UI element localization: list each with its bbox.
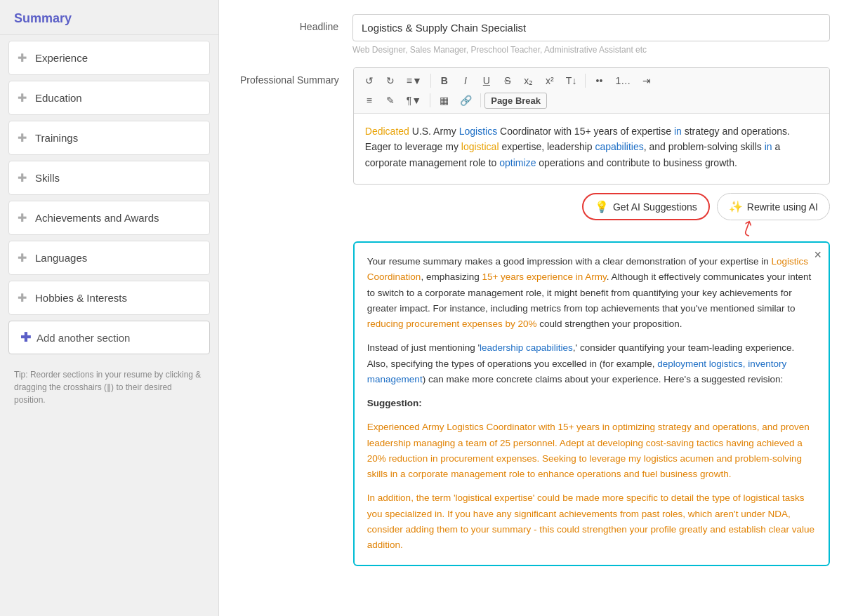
toolbar-undo-button[interactable]: ↺ [359, 72, 379, 89]
toolbar-subscript-button[interactable]: x₂ [519, 72, 539, 89]
sidebar-item-label-experience: Experience [35, 52, 88, 64]
toolbar-underline-button[interactable]: U [477, 72, 496, 89]
drag-icon-achievements: ✚ [18, 211, 27, 225]
sidebar-item-label-education: Education [35, 92, 82, 104]
toolbar-highlight-button[interactable]: ✎ [381, 92, 400, 109]
sidebar-item-trainings[interactable]: ✚ Trainings [8, 121, 210, 155]
drag-icon-skills: ✚ [18, 171, 27, 185]
toolbar-strikethrough-button[interactable]: S [498, 72, 517, 89]
professional-summary-label: Professional Summary [240, 67, 353, 86]
toolbar-divider-4 [480, 93, 481, 107]
sidebar-item-label-skills: Skills [35, 172, 60, 184]
sidebar-item-languages[interactable]: ✚ Languages [8, 241, 210, 275]
add-section-label: Add another section [37, 332, 130, 344]
sidebar-tip: Tip: Reorder sections in your resume by … [0, 360, 218, 415]
headline-row: Headline Web Designer, Sales Manager, Pr… [240, 14, 830, 55]
sidebar-item-label-achievements: Achievements and Awards [35, 212, 159, 224]
editor-text-dedicated: Dedicated [365, 126, 409, 137]
ai-panel-text-2: , emphasizing [421, 272, 482, 282]
drag-icon-education: ✚ [18, 91, 27, 105]
editor-container: ↺ ↻ ≡▼ B I U S x₂ x² T↓ •• 1… ⇥ [353, 67, 830, 185]
arrow-indicator: ⤵ [353, 217, 830, 237]
headline-label: Headline [240, 14, 352, 32]
professional-summary-field: ↺ ↻ ≡▼ B I U S x₂ x² T↓ •• 1… ⇥ [353, 67, 830, 566]
toolbar-divider-3 [430, 93, 430, 107]
toolbar-divider-1 [430, 74, 431, 88]
toolbar-redo-button[interactable]: ↻ [381, 72, 400, 89]
editor-text-in2: in [765, 141, 772, 152]
toolbar-divider-2 [585, 74, 586, 88]
ai-panel-highlight-4: leadership capabilities [480, 342, 573, 353]
ai-suggest-icon: 💡 [595, 200, 609, 213]
toolbar-align-button[interactable]: ≡▼ [402, 72, 427, 89]
toolbar-indent-button[interactable]: ⇥ [637, 72, 657, 89]
sidebar-title: Summary [0, 0, 218, 35]
ai-panel-paragraph-3: Experienced Army Logistics Coordinator w… [367, 420, 816, 482]
ai-panel-text-4: could strengthen your proposition. [536, 319, 682, 329]
ai-panel-highlight-6: In addition, the term 'logistical expert… [367, 493, 814, 550]
toolbar-link-button[interactable]: 🔗 [455, 92, 477, 109]
ai-suggest-label: Get AI Suggestions [613, 201, 697, 213]
editor-toolbar: ↺ ↻ ≡▼ B I U S x₂ x² T↓ •• 1… ⇥ [354, 68, 829, 114]
toolbar-superscript-button[interactable]: x² [540, 72, 560, 89]
sidebar-item-education[interactable]: ✚ Education [8, 81, 210, 115]
sidebar-item-label-trainings: Trainings [35, 132, 78, 144]
sidebar-item-label-languages: Languages [35, 252, 87, 264]
toolbar-table-button[interactable]: ▦ [434, 92, 454, 109]
add-section-button[interactable]: ✚ Add another section [8, 321, 210, 354]
get-ai-suggestions-button[interactable]: 💡 Get AI Suggestions [582, 193, 710, 220]
editor-body[interactable]: Dedicated U.S. Army Logistics Coordinato… [354, 114, 829, 184]
ai-rewrite-icon: ✨ [729, 200, 743, 213]
editor-text-logistics: Logistics [459, 126, 497, 137]
toolbar-page-break-button[interactable]: Page Break [484, 93, 547, 109]
toolbar-ordered-list-button[interactable]: 1… [610, 72, 635, 89]
ai-panel-highlight-5: deployment logistics, inventory manageme… [367, 359, 786, 384]
drag-icon-experience: ✚ [18, 51, 27, 65]
sidebar-item-experience[interactable]: ✚ Experience [8, 41, 210, 75]
ai-panel-close-button[interactable]: × [814, 248, 822, 261]
ai-panel-paragraph-4: In addition, the term 'logistical expert… [367, 490, 816, 553]
sidebar-item-skills[interactable]: ✚ Skills [8, 161, 210, 195]
headline-hint: Web Designer, Sales Manager, Preschool T… [352, 45, 830, 55]
headline-input[interactable] [352, 14, 830, 41]
ai-panel-paragraph-2: Instead of just mentioning 'leadership c… [367, 340, 816, 387]
drag-icon-hobbies: ✚ [18, 291, 27, 304]
editor-text-logistical: logistical [461, 141, 499, 152]
ai-panel-suggestion-text: Experienced Army Logistics Coordinator w… [367, 422, 810, 479]
main-content: Headline Web Designer, Sales Manager, Pr… [219, 0, 851, 616]
sidebar: Summary ✚ Experience ✚ Education ✚ Train… [0, 0, 219, 616]
toolbar-align2-button[interactable]: ≡ [359, 92, 379, 109]
toolbar-paragraph-button[interactable]: ¶▼ [402, 92, 426, 109]
ai-panel-suggestion-label: Suggestion: [367, 396, 816, 411]
professional-summary-row: Professional Summary ↺ ↻ ≡▼ B I U S x₂ x… [240, 67, 830, 566]
toolbar-unordered-list-button[interactable]: •• [589, 72, 609, 89]
headline-field: Web Designer, Sales Manager, Preschool T… [352, 14, 830, 55]
ai-panel-highlight-3: reducing procurement expenses by 20% [367, 319, 537, 329]
sidebar-item-label-hobbies: Hobbies & Interests [35, 292, 127, 304]
editor-text-capabilities: capabilities [595, 141, 643, 152]
ai-suggestions-panel: × Your resume summary makes a good impre… [353, 241, 830, 566]
sidebar-item-hobbies[interactable]: ✚ Hobbies & Interests [8, 281, 210, 315]
add-icon: ✚ [20, 330, 31, 345]
ai-panel-paragraph-1: Your resume summary makes a good impress… [367, 254, 816, 332]
rewrite-ai-button[interactable]: ✨ Rewrite using AI [717, 193, 830, 220]
ai-panel-highlight-2: 15+ years experience in Army [482, 272, 606, 282]
drag-icon-languages: ✚ [18, 251, 27, 265]
toolbar-italic-button[interactable]: I [456, 72, 475, 89]
editor-text-optimize: optimize [499, 157, 536, 168]
ai-panel-text-1: Your resume summary makes a good impress… [367, 256, 772, 267]
ai-rewrite-label: Rewrite using AI [747, 201, 818, 213]
sidebar-item-achievements[interactable]: ✚ Achievements and Awards [8, 201, 210, 235]
drag-icon-trainings: ✚ [18, 131, 27, 145]
toolbar-fontsize-button[interactable]: T↓ [561, 72, 582, 89]
toolbar-bold-button[interactable]: B [435, 72, 454, 89]
ai-buttons-row: 💡 Get AI Suggestions ✨ Rewrite using AI [353, 193, 830, 220]
editor-text-in: in [674, 126, 682, 137]
